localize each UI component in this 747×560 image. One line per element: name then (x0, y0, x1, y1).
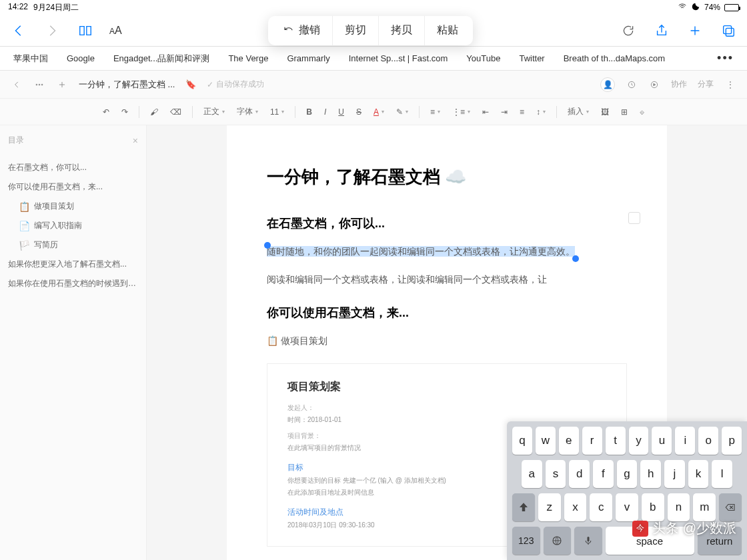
avatar[interactable]: 👤 (600, 77, 615, 92)
text-selection[interactable]: 随时随地，和你的团队一起阅读和编辑同一个文档或表格，让沟通更高效。 (267, 246, 575, 257)
key-w[interactable]: w (536, 427, 556, 455)
style-select[interactable]: 正文 (202, 106, 226, 117)
key-j[interactable]: j (664, 460, 685, 488)
close-icon[interactable]: × (133, 135, 138, 146)
key-i[interactable]: i (675, 427, 695, 455)
bold-button[interactable]: B (305, 107, 313, 117)
doc-back-button[interactable] (11, 79, 23, 91)
key-m[interactable]: m (693, 493, 716, 521)
size-select[interactable]: 11 (269, 107, 285, 117)
copy-button[interactable]: 拷贝 (379, 16, 425, 45)
key-mic[interactable] (574, 527, 602, 555)
key-shift[interactable] (512, 493, 535, 521)
code-button[interactable]: ⟐ (638, 107, 646, 117)
key-z[interactable]: z (538, 493, 561, 521)
bookmark-icon[interactable]: 🔖 (185, 79, 196, 89)
underline-button[interactable]: U (337, 107, 345, 117)
key-h[interactable]: h (640, 460, 661, 488)
font-select[interactable]: 字体 (235, 106, 259, 117)
favorite-link[interactable]: Google (67, 53, 95, 63)
key-numbers[interactable]: 123 (512, 527, 540, 555)
share-button[interactable] (652, 21, 671, 40)
redo-icon[interactable]: ↷ (120, 107, 129, 117)
format-paint-icon[interactable]: 🖌 (149, 107, 159, 117)
paste-button[interactable]: 粘贴 (425, 16, 470, 45)
outline-item[interactable]: 你可以使用石墨文档，来... (8, 177, 138, 197)
doc-h1[interactable]: 一分钟，了解石墨文档 ☁️ (267, 165, 627, 189)
doc-menu-button[interactable] (33, 79, 45, 91)
image-button[interactable]: 🖼 (600, 107, 610, 117)
outline-item[interactable]: 如果你想更深入地了解石墨文档... (8, 255, 138, 274)
key-e[interactable]: e (559, 427, 579, 455)
key-r[interactable]: r (582, 427, 602, 455)
strike-button[interactable]: S (355, 107, 363, 117)
align-button[interactable]: ≡ (518, 107, 526, 117)
key-s[interactable]: s (546, 460, 566, 488)
table-button[interactable]: ⊞ (620, 107, 629, 117)
outline-item[interactable]: 🏳️写简历 (8, 235, 138, 255)
key-n[interactable]: n (668, 493, 690, 521)
cut-button[interactable]: 剪切 (333, 16, 379, 45)
outline-item[interactable]: 📋做项目策划 (8, 197, 138, 216)
new-tab-button[interactable] (686, 21, 704, 40)
favorite-link[interactable]: YouTube (466, 53, 500, 63)
address-bar[interactable]: 撤销 剪切 拷贝 粘贴 (137, 16, 604, 45)
favorite-link[interactable]: Breath of th...daMaps.com (564, 53, 665, 63)
favorite-link[interactable]: Twitter (519, 53, 544, 63)
bookmarks-button[interactable] (76, 21, 95, 40)
favorite-link[interactable]: Grammarly (287, 53, 329, 63)
favorites-more-icon[interactable]: ••• (717, 51, 734, 65)
highlight-button[interactable]: ✎ (395, 107, 410, 117)
outline-item[interactable]: 📄编写入职指南 (8, 216, 138, 235)
key-y[interactable]: y (629, 427, 649, 455)
doc-paragraph[interactable]: 阅读和编辑同一个文档或表格，让阅读和编辑同一个文档或表格，让 (267, 270, 627, 289)
doc-add-button[interactable] (56, 79, 68, 91)
favorite-link[interactable]: The Verge (228, 53, 268, 63)
more-icon[interactable]: ⋮ (724, 79, 736, 91)
italic-button[interactable]: I (323, 107, 327, 117)
ordered-list-button[interactable]: ≡ (429, 107, 442, 117)
key-o[interactable]: o (698, 427, 718, 455)
doc-h2[interactable]: 在石墨文档，你可以... (267, 215, 627, 231)
key-globe[interactable] (544, 527, 572, 555)
insert-menu[interactable]: 插入 (566, 106, 590, 117)
share-doc-button[interactable]: 分享 (698, 79, 714, 90)
play-icon[interactable] (648, 79, 660, 91)
undo-button[interactable]: 撤销 (271, 16, 333, 45)
text-color-button[interactable]: A (372, 107, 386, 117)
key-l[interactable]: l (712, 460, 732, 488)
undo-icon[interactable]: ↶ (101, 107, 111, 117)
doc-paragraph[interactable]: 随时随地，和你的团队一起阅读和编辑同一个文档或表格，让沟通更高效。 (267, 242, 627, 261)
doc-bullet[interactable]: 📋 做项目策划 (267, 331, 627, 350)
outline-item[interactable]: 如果你在使用石墨文档的时候遇到问题... (8, 274, 138, 293)
favorite-link[interactable]: 苹果中国 (13, 53, 48, 65)
key-x[interactable]: x (564, 493, 587, 521)
key-k[interactable]: k (688, 460, 709, 488)
key-backspace[interactable] (719, 493, 742, 521)
selection-handle-start[interactable] (264, 242, 271, 249)
doc-h2[interactable]: 你可以使用石墨文档，来... (267, 305, 627, 321)
block-action-icon[interactable] (628, 212, 640, 224)
history-icon[interactable] (626, 79, 638, 91)
reload-button[interactable] (619, 21, 638, 40)
reader-button[interactable]: AA (109, 25, 122, 37)
tabs-button[interactable] (719, 21, 738, 40)
key-b[interactable]: b (642, 493, 664, 521)
outline-item[interactable]: 在石墨文档，你可以... (8, 158, 138, 177)
favorite-link[interactable]: Internet Sp...st | Fast.com (349, 53, 448, 63)
line-height-button[interactable]: ↕ (535, 107, 547, 117)
key-t[interactable]: t (606, 427, 626, 455)
favorite-link[interactable]: Engadget...品新闻和评测 (113, 53, 210, 65)
indent-button[interactable]: ⇥ (500, 107, 509, 117)
key-d[interactable]: d (569, 460, 590, 488)
key-u[interactable]: u (652, 427, 672, 455)
key-p[interactable]: p (722, 427, 742, 455)
key-a[interactable]: a (522, 460, 542, 488)
unordered-list-button[interactable]: ⋮≡ (451, 107, 472, 117)
key-v[interactable]: v (616, 493, 638, 521)
clear-format-icon[interactable]: ⌫ (169, 107, 183, 117)
key-f[interactable]: f (593, 460, 614, 488)
outdent-button[interactable]: ⇤ (481, 107, 490, 117)
key-g[interactable]: g (617, 460, 638, 488)
back-button[interactable] (9, 21, 28, 40)
